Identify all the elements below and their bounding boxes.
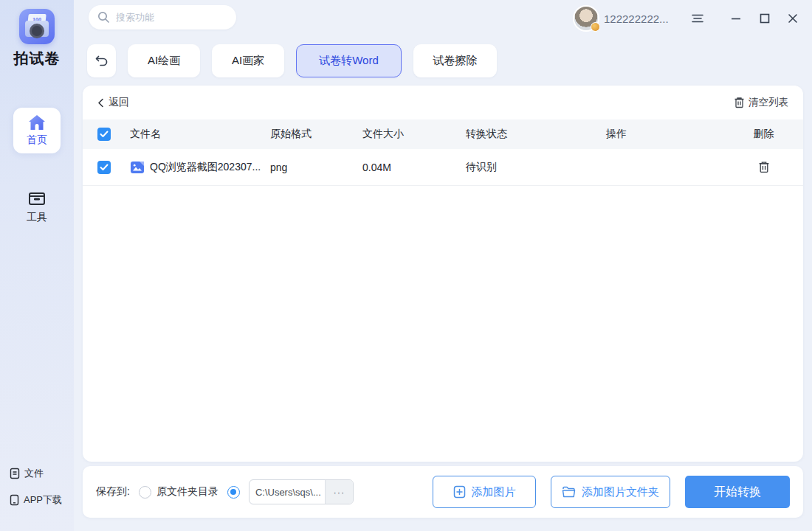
trash-icon: [758, 161, 770, 173]
row-checkbox[interactable]: [97, 161, 111, 174]
sidebar-item-tools[interactable]: 工具: [13, 186, 61, 227]
app-title: 拍试卷: [0, 49, 74, 69]
col-status: 转换状态: [466, 128, 606, 141]
menu-button[interactable]: [688, 9, 707, 28]
sidebar-item-files-label: 文件: [24, 467, 44, 480]
add-image-label: 添加图片: [472, 485, 516, 499]
phone-icon: [9, 494, 20, 506]
sidebar-item-files[interactable]: 文件: [9, 467, 44, 480]
sidebar-item-app-download-label: APP下载: [24, 493, 62, 507]
sidebar: 100 拍试卷 首页 工具 文件 APP下载: [0, 0, 74, 531]
check-icon: [100, 131, 109, 138]
username: 122222222...: [604, 13, 669, 25]
toolbox-icon: [27, 190, 47, 207]
save-path-input[interactable]: C:\Users\sqs\...: [250, 480, 325, 504]
col-operation: 操作: [606, 128, 739, 141]
folder-icon: [562, 486, 576, 498]
vip-badge-icon: [591, 22, 600, 32]
app-logo-icon: 100: [19, 9, 55, 44]
undo-button[interactable]: [87, 44, 116, 77]
tab-bar: AI绘画 AI画家 试卷转Word 试卷擦除: [87, 44, 509, 77]
tab-ai-painter[interactable]: AI画家: [212, 44, 284, 77]
file-format: png: [270, 162, 362, 173]
table-row: QQ浏览器截图202307... png 0.04M 待识别: [83, 149, 803, 186]
add-image-folder-button[interactable]: 添加图片文件夹: [551, 476, 670, 508]
start-convert-button[interactable]: 开始转换: [685, 476, 790, 508]
clear-list-button[interactable]: 清空列表: [734, 96, 788, 109]
file-plus-icon: [453, 485, 466, 499]
undo-icon: [95, 55, 109, 66]
tab-paper-to-word[interactable]: 试卷转Word: [296, 44, 402, 77]
minimize-button[interactable]: [726, 9, 746, 28]
user-area[interactable]: 122222222...: [574, 0, 669, 37]
list-toolbar: 返回 清空列表: [83, 86, 803, 119]
home-icon: [28, 114, 46, 131]
radio-original-folder[interactable]: [139, 486, 151, 499]
col-format: 原始格式: [270, 128, 362, 141]
radio-original-folder-label: 原文件夹目录: [156, 485, 219, 499]
tab-ai-painting[interactable]: AI绘画: [128, 44, 200, 77]
browse-folder-button[interactable]: ···: [325, 480, 353, 504]
search-icon: [97, 11, 110, 24]
row-delete-button[interactable]: [758, 161, 770, 173]
image-file-icon: [130, 161, 145, 174]
trash-icon: [734, 97, 745, 108]
select-all-checkbox[interactable]: [97, 128, 111, 141]
footer-bar: 保存到: 原文件夹目录 C:\Users\sqs\... ··· 添加图片 添加…: [83, 466, 803, 518]
col-size: 文件大小: [362, 128, 466, 141]
file-name: QQ浏览器截图202307...: [150, 161, 261, 174]
minimize-icon: [730, 13, 742, 24]
chevron-left-icon: [97, 98, 104, 108]
hamburger-icon: [691, 13, 704, 24]
avatar[interactable]: [574, 7, 598, 30]
add-image-folder-label: 添加图片文件夹: [582, 485, 659, 499]
sidebar-item-home-label: 首页: [27, 133, 47, 147]
save-to-label: 保存到:: [96, 485, 130, 499]
file-icon: [9, 468, 21, 479]
check-icon: [100, 164, 109, 171]
sidebar-item-app-download[interactable]: APP下载: [9, 493, 62, 507]
start-convert-label: 开始转换: [714, 485, 761, 500]
radio-custom-folder[interactable]: [227, 486, 240, 499]
col-filename: 文件名: [130, 128, 270, 141]
search-box[interactable]: [89, 5, 236, 30]
clear-list-label: 清空列表: [749, 96, 788, 109]
maximize-icon: [759, 13, 771, 24]
back-button[interactable]: 返回: [97, 96, 129, 109]
close-button[interactable]: [783, 9, 802, 28]
search-input[interactable]: [116, 12, 219, 23]
sidebar-item-tools-label: 工具: [27, 211, 47, 224]
close-icon: [787, 13, 799, 24]
save-path-group: C:\Users\sqs\... ···: [249, 479, 354, 504]
file-status: 待识别: [466, 161, 606, 174]
sidebar-item-home[interactable]: 首页: [13, 108, 61, 153]
logo-camera-lens-icon: [30, 24, 44, 38]
back-label: 返回: [109, 96, 129, 109]
tab-paper-erase[interactable]: 试卷擦除: [413, 44, 497, 77]
col-delete: 删除: [739, 128, 788, 141]
file-name-cell: QQ浏览器截图202307...: [130, 161, 270, 174]
table-header: 文件名 原始格式 文件大小 转换状态 操作 删除: [83, 119, 803, 149]
file-size: 0.04M: [362, 162, 466, 173]
file-list-panel: 返回 清空列表 文件名 原始格式 文件大小 转换状态 操作 删除: [83, 86, 803, 462]
add-image-button[interactable]: 添加图片: [433, 476, 536, 508]
maximize-button[interactable]: [755, 9, 774, 28]
